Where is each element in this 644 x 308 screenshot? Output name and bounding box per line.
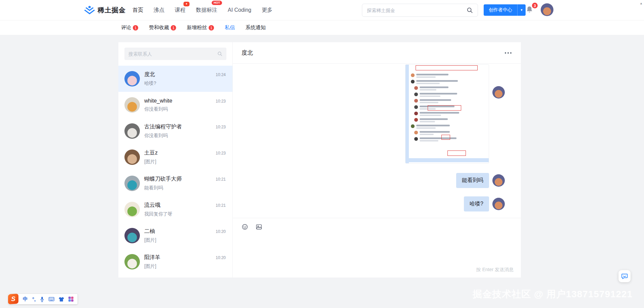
chat-title: 度北 xyxy=(241,49,253,57)
notification-bell[interactable]: 3 xyxy=(525,5,535,15)
contact-name: 流云哦 xyxy=(144,202,160,209)
contact-list: 度北 10:24 哈喽? white_white 10:23 你没看到吗 古法编… xyxy=(118,66,232,275)
contact-time: 10:21 xyxy=(216,177,226,182)
contact-list-item[interactable]: 蝴蝶刀砍手大师 10:21 能看到吗 xyxy=(118,170,232,196)
send-image-icon[interactable] xyxy=(256,224,262,230)
chat-input-area[interactable]: 按 Enter 发送消息 xyxy=(233,218,521,278)
self-avatar[interactable] xyxy=(492,174,505,187)
watermark-text: 掘金技术社区 @ 用户138715791221 xyxy=(473,288,633,301)
gem-badge-icon: ♦ xyxy=(183,2,190,6)
user-avatar[interactable] xyxy=(541,3,553,16)
nav-item-label: 更多 xyxy=(262,7,272,13)
nav-item-label: 首页 xyxy=(132,7,143,13)
tab-label: 系统通知 xyxy=(246,24,266,31)
contact-list-item[interactable]: 度北 10:24 哈喽? xyxy=(118,66,232,92)
contact-list-item[interactable]: white_white 10:23 你没看到吗 xyxy=(118,92,232,118)
contact-time: 10:24 xyxy=(216,72,226,77)
search-icon[interactable] xyxy=(462,4,478,16)
nav-item-label: AI Coding xyxy=(228,7,251,13)
screenshot-detail xyxy=(406,65,409,163)
message-row: 哈喽? xyxy=(464,196,505,211)
tab-2[interactable]: 赞和收藏1 xyxy=(149,24,176,31)
tab-1[interactable]: 评论1 xyxy=(121,24,138,31)
messages-panel: 度北 10:24 哈喽? white_white 10:23 你没看到吗 古法编… xyxy=(118,42,521,278)
ime-punctuation[interactable]: °, xyxy=(32,296,36,302)
tab-label: 新增粉丝 xyxy=(187,24,207,31)
global-search-input[interactable] xyxy=(362,8,462,13)
tab-label: 评论 xyxy=(121,24,131,31)
self-avatar[interactable] xyxy=(492,198,505,210)
contact-avatar xyxy=(124,149,140,165)
nav-item-label: 沸点 xyxy=(154,7,164,13)
contact-list-item[interactable]: 古法编程守护者 10:23 你没看到吗 xyxy=(118,118,232,144)
nav-item-2[interactable]: 沸点 xyxy=(152,5,166,16)
tab-3[interactable]: 新增粉丝1 xyxy=(187,24,214,31)
creator-center-button[interactable]: 创作者中心 ▼ xyxy=(484,4,526,16)
contact-list-item[interactable]: 阳洋羊 10:20 [图片] xyxy=(118,249,232,275)
unread-count-badge: 1 xyxy=(133,25,138,30)
scrollbar-up-arrow[interactable]: ▲ xyxy=(640,2,643,5)
sent-image-message[interactable] xyxy=(405,64,489,164)
contact-name: 度北 xyxy=(144,71,155,78)
ime-toolbox-icon[interactable] xyxy=(68,297,73,302)
contact-list-item[interactable]: 二柚 10:20 [图片] xyxy=(118,223,232,249)
contact-search-input[interactable] xyxy=(128,51,217,57)
juejin-logo[interactable]: 稀土掘金 xyxy=(84,6,126,15)
self-avatar[interactable] xyxy=(492,86,505,99)
contact-last-message: [图片] xyxy=(144,237,226,243)
more-options-icon[interactable] xyxy=(504,50,512,56)
contact-search xyxy=(124,48,226,60)
contacts-pane: 度北 10:24 哈喽? white_white 10:23 你没看到吗 古法编… xyxy=(118,42,233,278)
ime-toolbar: S 中 °, xyxy=(8,294,77,304)
nav-item-6[interactable]: 更多 xyxy=(260,5,274,16)
nav-item-4[interactable]: 数据标注HOT xyxy=(195,5,219,16)
nav-item-label: 课程 xyxy=(175,7,185,13)
chat-pane: 度北 能看到吗哈喽? xyxy=(233,42,521,278)
contact-avatar xyxy=(124,97,140,113)
contact-avatar xyxy=(124,123,140,139)
contact-last-message: [图片] xyxy=(144,159,226,165)
main-nav: 首页沸点课程♦数据标注HOTAI Coding更多 xyxy=(131,5,274,16)
contact-avatar xyxy=(124,176,140,191)
global-search xyxy=(362,4,478,17)
contact-last-message: 你没看到吗 xyxy=(144,133,226,139)
tab-5[interactable]: 系统通知 xyxy=(246,24,266,31)
contact-list-item[interactable]: 流云哦 10:21 我回复你了呀 xyxy=(118,196,232,223)
message-row xyxy=(405,64,505,164)
contact-avatar xyxy=(124,202,140,217)
chevron-down-icon[interactable]: ▼ xyxy=(517,4,526,16)
contact-last-message: [图片] xyxy=(144,263,226,269)
tab-label: 赞和收藏 xyxy=(149,24,169,31)
notification-count-badge: 3 xyxy=(532,3,538,8)
screenshot-detail xyxy=(409,158,489,162)
tab-4[interactable]: 私信 xyxy=(225,24,235,31)
nav-item-5[interactable]: AI Coding xyxy=(226,5,253,15)
skin-tshirt-icon[interactable] xyxy=(59,297,64,302)
feedback-chat-widget[interactable] xyxy=(619,270,631,282)
search-icon[interactable] xyxy=(217,51,222,56)
emoji-picker-icon[interactable] xyxy=(241,224,248,230)
contact-name: 蝴蝶刀砍手大师 xyxy=(144,176,182,183)
microphone-icon[interactable] xyxy=(40,297,44,302)
top-navbar: 稀土掘金 首页沸点课程♦数据标注HOTAI Coding更多 创作者中心 ▼ 3… xyxy=(0,0,644,20)
nav-item-1[interactable]: 首页 xyxy=(131,5,145,16)
ime-chinese-mode[interactable]: 中 xyxy=(23,296,28,302)
hot-badge: HOT xyxy=(212,1,222,5)
sogou-logo[interactable]: S xyxy=(8,293,18,304)
contact-last-message: 哈喽? xyxy=(144,80,226,86)
contact-time: 10:20 xyxy=(216,255,226,260)
contact-last-message: 你没看到吗 xyxy=(144,106,226,112)
notification-tabs: 评论1赞和收藏1新增粉丝1私信系统通知 xyxy=(0,20,644,35)
contact-name: 古法编程守护者 xyxy=(144,123,182,130)
contact-last-message: 我回复你了呀 xyxy=(144,211,226,217)
keyboard-icon[interactable] xyxy=(49,297,54,301)
nav-item-label: 数据标注 xyxy=(196,7,217,13)
nav-item-3[interactable]: 课程♦ xyxy=(173,5,187,16)
contact-last-message: 能看到吗 xyxy=(144,185,226,191)
contact-list-item[interactable]: 土豆z 10:23 [图片] xyxy=(118,144,232,170)
unread-count-badge: 1 xyxy=(171,25,176,30)
contact-name: white_white xyxy=(144,98,172,104)
contact-time: 10:21 xyxy=(216,203,226,208)
contact-time: 10:23 xyxy=(216,151,226,156)
contact-time: 10:20 xyxy=(216,229,226,234)
